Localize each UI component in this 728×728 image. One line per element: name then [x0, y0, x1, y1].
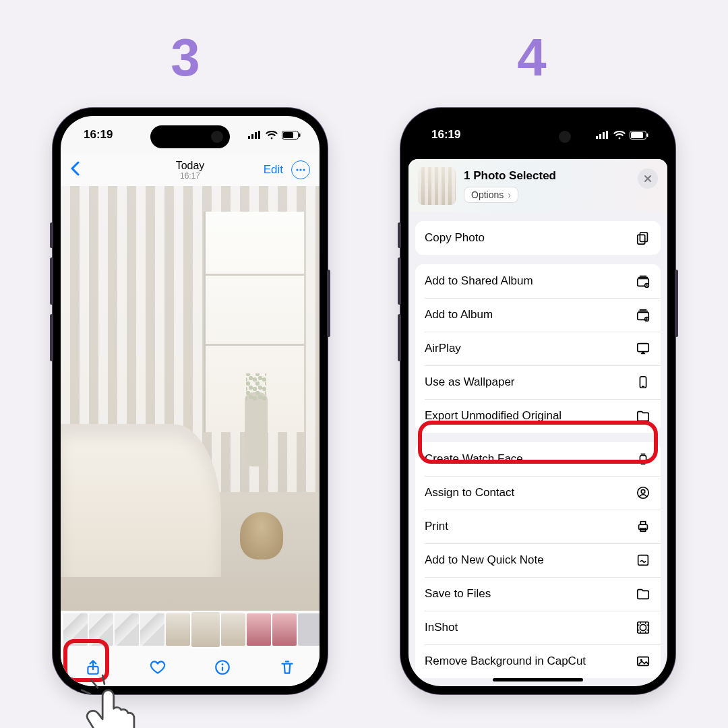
ellipsis-icon [296, 169, 305, 171]
svg-rect-5 [283, 132, 293, 138]
svg-point-7 [296, 169, 298, 171]
bottom-toolbar [61, 648, 320, 686]
svg-point-8 [299, 169, 301, 171]
svg-rect-3 [258, 131, 260, 139]
thumbnail[interactable] [272, 613, 297, 646]
action-group: Create Watch FaceAssign to ContactPrintA… [415, 442, 661, 678]
action-label: Remove Background in CapCut [425, 655, 586, 668]
action-copy[interactable]: Copy Photo [415, 221, 661, 255]
action-album[interactable]: Add to Album [415, 298, 661, 332]
action-label: Add to Album [425, 308, 493, 322]
status-indicators [248, 131, 301, 140]
thumbnail[interactable] [247, 613, 271, 646]
status-indicators [596, 131, 648, 140]
action-group: Add to Shared AlbumAdd to AlbumAirPlayUs… [415, 264, 661, 433]
action-airplay[interactable]: AirPlay [415, 332, 661, 365]
share-sheet: 1 Photo Selected Options › Copy PhotoAdd… [408, 159, 667, 686]
action-label: Copy Photo [425, 231, 485, 245]
info-button[interactable] [210, 655, 235, 680]
thumbnail-current[interactable] [191, 612, 220, 647]
action-label: Save to Files [425, 587, 491, 601]
copy-icon [635, 230, 651, 246]
action-shared-album[interactable]: Add to Shared Album [415, 264, 661, 298]
selected-photo-thumb [418, 167, 456, 205]
svg-rect-20 [606, 131, 608, 139]
svg-rect-2 [255, 132, 257, 139]
options-button[interactable]: Options › [464, 187, 518, 203]
thumbnail-strip[interactable] [61, 611, 320, 648]
action-label: Use as Wallpaper [425, 375, 515, 389]
svg-point-12 [222, 663, 224, 665]
airplay-icon [635, 340, 651, 357]
svg-rect-17 [596, 136, 598, 139]
cellular-icon [596, 131, 609, 139]
chevron-left-icon [70, 161, 80, 176]
watch-icon [635, 451, 651, 467]
svg-rect-1 [251, 134, 253, 139]
close-button[interactable] [638, 169, 658, 189]
thumbnail[interactable] [63, 613, 88, 646]
action-label: Create Watch Face [425, 452, 523, 466]
nav-bar: Today 16:17 Edit [61, 154, 320, 186]
thumbnail[interactable] [221, 613, 245, 646]
action-label: Print [425, 520, 448, 533]
screen-photos-app: 16:19 Today 16:17 Edit [61, 116, 320, 686]
shared-album-icon [635, 273, 651, 289]
action-group: Copy Photo [415, 221, 661, 255]
action-label: AirPlay [425, 342, 461, 355]
heart-icon [149, 659, 166, 676]
action-wallpaper[interactable]: Use as Wallpaper [415, 365, 661, 399]
chevron-right-icon: › [508, 189, 511, 200]
phone-step-3: 16:19 Today 16:17 Edit [53, 108, 328, 694]
action-print[interactable]: Print [415, 510, 661, 543]
more-button[interactable] [291, 160, 310, 179]
action-label: InShot [425, 621, 458, 634]
dynamic-island [150, 125, 230, 148]
options-label: Options [471, 189, 504, 200]
battery-icon [282, 131, 301, 140]
action-contact[interactable]: Assign to Contact [415, 476, 661, 510]
share-icon [84, 659, 102, 676]
action-folder[interactable]: Save to Files [415, 577, 661, 611]
action-note[interactable]: Add to New Quick Note [415, 543, 661, 577]
share-sheet-header: 1 Photo Selected Options › [408, 159, 667, 212]
thumbnail[interactable] [89, 613, 113, 646]
album-icon [635, 307, 651, 323]
svg-rect-13 [222, 667, 223, 671]
image-icon [635, 653, 651, 669]
home-indicator[interactable] [493, 678, 583, 681]
svg-rect-6 [299, 133, 301, 137]
thumbnail[interactable] [140, 613, 164, 646]
screen-share-sheet: 16:19 1 Photo Selected Options › [408, 116, 667, 686]
share-button[interactable] [80, 655, 106, 680]
action-folder[interactable]: Export Unmodified Original [415, 399, 661, 433]
folder-icon [635, 408, 651, 424]
back-button[interactable] [70, 160, 80, 181]
favorite-button[interactable] [145, 655, 171, 680]
phone-step-4: 16:19 1 Photo Selected Options › [400, 108, 675, 694]
step-number-4: 4 [515, 27, 549, 88]
svg-rect-22 [631, 132, 643, 138]
status-time: 16:19 [431, 128, 460, 142]
action-watch[interactable]: Create Watch Face [415, 442, 661, 476]
thumbnail[interactable] [298, 613, 320, 646]
svg-rect-19 [603, 132, 605, 139]
action-image[interactable]: Remove Background in CapCut [415, 644, 661, 678]
action-inshot[interactable]: InShot [415, 611, 661, 644]
close-icon [644, 175, 652, 183]
action-label: Add to New Quick Note [425, 553, 544, 567]
thumbnail[interactable] [115, 613, 139, 646]
action-label: Export Unmodified Original [425, 409, 562, 423]
svg-rect-23 [647, 133, 648, 137]
dynamic-island [498, 125, 578, 148]
step-number-3: 3 [169, 27, 202, 88]
edit-button[interactable]: Edit [264, 163, 283, 177]
svg-point-9 [303, 169, 305, 171]
print-icon [635, 518, 651, 535]
wifi-icon [266, 131, 278, 140]
battery-icon [630, 131, 648, 140]
thumbnail[interactable] [166, 613, 190, 646]
delete-button[interactable] [274, 655, 300, 680]
photo-preview[interactable] [61, 186, 320, 611]
cellular-icon [248, 131, 262, 139]
